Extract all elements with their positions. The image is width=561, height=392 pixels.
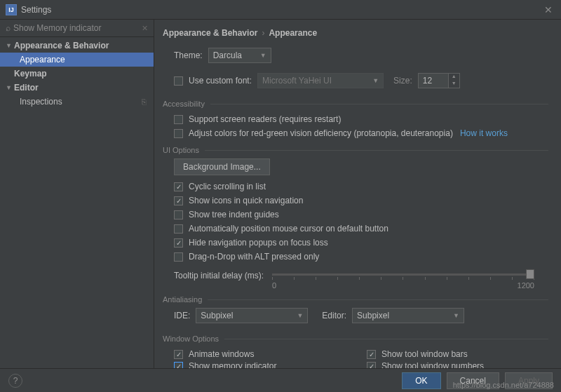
settings-tree: ▼Appearance & Behavior Appearance Keymap…	[0, 37, 154, 368]
auto-cursor-checkbox[interactable]	[174, 224, 183, 234]
how-it-works-link[interactable]: How it works	[460, 128, 508, 138]
custom-font-label: Use custom font:	[189, 76, 252, 86]
custom-font-checkbox[interactable]	[174, 76, 183, 86]
clear-search-icon[interactable]: ✕	[142, 24, 148, 33]
spinner-down-icon[interactable]: ▼	[449, 81, 459, 88]
ok-button[interactable]: OK	[402, 372, 440, 389]
hide-popups-checkbox[interactable]	[174, 238, 183, 248]
breadcrumb: Appearance & Behavior›Appearance	[163, 28, 548, 38]
tooltip-delay-row: Tooltip initial delay (ms): 01200	[174, 268, 548, 290]
search-field[interactable]: ⌕ Show Memory indicator ✕	[0, 20, 154, 37]
chevron-down-icon: ▼	[297, 312, 303, 319]
tree-inspections[interactable]: Inspections⎘	[0, 95, 154, 109]
tooltip-delay-slider[interactable]	[272, 273, 534, 276]
window-title: Settings	[21, 5, 541, 15]
titlebar: IJ Settings ✕	[0, 0, 561, 20]
tree-appearance[interactable]: Appearance	[0, 53, 154, 67]
chevron-right-icon: ›	[262, 28, 264, 38]
ui-options-header: UI Options	[163, 146, 548, 154]
icons-quick-nav-checkbox[interactable]	[174, 196, 183, 205]
theme-label: Theme:	[174, 50, 203, 60]
copy-icon: ⎘	[142, 97, 147, 106]
chevron-down-icon: ▼	[453, 312, 459, 319]
theme-combo[interactable]: Darcula▼	[208, 48, 271, 63]
tool-window-bars-checkbox[interactable]	[367, 350, 376, 359]
tree-indent-checkbox[interactable]	[174, 210, 183, 219]
sidebar: ⌕ Show Memory indicator ✕ ▼Appearance & …	[0, 20, 154, 368]
tree-editor[interactable]: ▼Editor	[0, 81, 154, 95]
cyclic-scrolling-checkbox[interactable]	[174, 182, 183, 191]
tool-window-numbers-checkbox[interactable]	[367, 362, 376, 369]
tree-keymap[interactable]: Keymap	[0, 67, 154, 81]
tree-appearance-behavior[interactable]: ▼Appearance & Behavior	[0, 39, 154, 53]
help-button[interactable]: ?	[8, 374, 22, 388]
content-panel: Appearance & Behavior›Appearance Theme: …	[154, 20, 561, 368]
accessibility-header: Accessibility	[163, 100, 548, 108]
size-label: Size:	[393, 76, 412, 86]
dnd-alt-checkbox[interactable]	[174, 252, 183, 262]
chevron-down-icon: ▼	[372, 77, 379, 84]
antialiasing-header: Antialiasing	[163, 295, 548, 304]
background-image-button[interactable]: Background Image...	[174, 158, 270, 175]
color-deficiency-checkbox[interactable]	[174, 129, 183, 138]
close-icon[interactable]: ✕	[541, 4, 555, 15]
font-combo[interactable]: Microsoft YaHei UI▼	[257, 73, 384, 88]
search-icon: ⌕	[6, 23, 11, 33]
watermark: https://blog.csdn.net/a724888	[453, 381, 554, 389]
font-size-spinner[interactable]: 12 ▲▼	[418, 73, 460, 88]
screen-readers-checkbox[interactable]	[174, 115, 183, 124]
slider-thumb[interactable]	[526, 269, 534, 279]
app-icon: IJ	[6, 4, 17, 15]
window-options-header: Window Options	[163, 334, 548, 343]
search-text: Show Memory indicator	[13, 23, 142, 33]
editor-aa-combo[interactable]: Subpixel▼	[352, 308, 464, 323]
animate-windows-checkbox[interactable]	[174, 350, 183, 359]
memory-indicator-checkbox[interactable]	[174, 362, 183, 369]
chevron-down-icon: ▼	[260, 52, 266, 59]
chevron-down-icon: ▼	[6, 84, 14, 91]
spinner-up-icon[interactable]: ▲	[449, 74, 459, 81]
ide-aa-combo[interactable]: Subpixel▼	[196, 308, 308, 323]
chevron-down-icon: ▼	[6, 42, 14, 49]
